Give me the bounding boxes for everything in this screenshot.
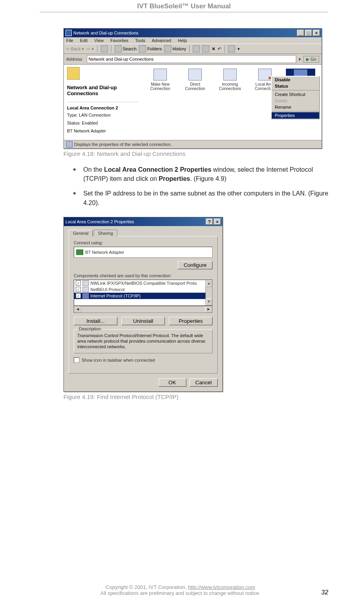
ctx-properties[interactable]: Properties xyxy=(272,112,319,119)
description-group: Description Transmission Control Protoco… xyxy=(74,329,213,353)
minimize-button[interactable]: _ xyxy=(297,30,304,36)
corp-link[interactable]: http://www.ivtcorporation.com xyxy=(188,584,255,590)
instruction-list: On the Local Area Connection 2 Propertie… xyxy=(40,165,328,207)
address-input[interactable] xyxy=(87,55,296,63)
window-title: Network and Dial-up Connections xyxy=(73,31,138,35)
menu-tools[interactable]: Tools xyxy=(135,38,146,43)
text: On the xyxy=(83,166,104,173)
components-label: Components checked are used by this conn… xyxy=(74,273,213,278)
menu-edit[interactable]: Edit xyxy=(80,38,88,43)
hscrollbar[interactable]: ◀ ▶ xyxy=(74,306,213,313)
component-nwlink[interactable]: ✓ NWLink IPX/SPX/NetBIOS Compatible Tran… xyxy=(74,280,212,286)
cancel-button[interactable]: Cancel xyxy=(190,378,218,387)
tab-sharing[interactable]: Sharing xyxy=(94,230,117,236)
close-button[interactable]: × xyxy=(313,30,320,36)
page-footer: Copyright © 2001, IVT Corporation, http:… xyxy=(40,584,328,596)
instruction-1: On the Local Area Connection 2 Propertie… xyxy=(83,165,328,183)
search-button[interactable]: Search xyxy=(115,45,137,52)
go-button[interactable]: ▶Go xyxy=(303,56,319,63)
scroll-up-icon[interactable]: ▲ xyxy=(206,280,212,287)
folder-icon xyxy=(67,67,80,80)
ctx-rename[interactable]: Rename xyxy=(272,104,319,110)
figure-418-caption: Figure 4.18: Network and Dial-up Connect… xyxy=(63,150,328,157)
menu-favorites[interactable]: Favorites xyxy=(111,38,128,43)
menu-file[interactable]: File xyxy=(66,38,73,43)
component-netbeui[interactable]: ✓ NetBEUI Protocol xyxy=(74,286,212,293)
protocol-icon xyxy=(82,287,89,292)
connect-using-label: Connect using: xyxy=(74,240,213,245)
forward-button[interactable]: ⇨ ▾ xyxy=(86,46,94,52)
protocol-icon xyxy=(82,280,89,286)
status-info: Status: Enabled xyxy=(67,121,138,125)
checkbox-icon[interactable]: ✓ xyxy=(76,280,81,286)
context-menu: Disable Status Create Shortcut Delete Re… xyxy=(271,76,320,119)
conn-label: Direct Connection xyxy=(181,82,209,91)
scroll-down-icon[interactable]: ▼ xyxy=(206,298,212,305)
figure-418: Network and Dial-up Connections _ □ × Fi… xyxy=(63,28,328,157)
conn-icon xyxy=(258,69,272,81)
checkbox-icon[interactable]: ✓ xyxy=(76,287,81,292)
checkbox-icon[interactable]: ✓ xyxy=(76,293,81,298)
views-icon[interactable] xyxy=(228,45,235,52)
conn-icon xyxy=(153,69,167,81)
delete-icon[interactable]: ✕ xyxy=(212,46,215,52)
page-number: 32 xyxy=(321,589,328,596)
tab-general[interactable]: General xyxy=(69,230,93,236)
folders-label: Folders xyxy=(147,46,162,51)
uninstall-button[interactable]: Uninstall xyxy=(121,317,165,325)
back-label: Back xyxy=(71,46,80,51)
go-label: Go xyxy=(310,57,316,61)
conn-icon xyxy=(188,69,202,81)
disclaimer-text: All specifications are preliminary and s… xyxy=(100,590,260,596)
properties-button[interactable]: Properties xyxy=(169,317,213,325)
moveto-icon[interactable] xyxy=(193,45,200,52)
dialog-title: Local Area Connection 2 Properties xyxy=(65,219,134,224)
pane-heading: Network and Dial-up Connections xyxy=(67,84,138,96)
address-bar: Address ▾ ▶Go xyxy=(64,54,322,65)
folders-button[interactable]: Folders xyxy=(139,45,162,52)
conn-direct[interactable]: Direct Connection xyxy=(181,69,209,91)
menu-help[interactable]: Help xyxy=(178,38,187,43)
ctx-shortcut[interactable]: Create Shortcut xyxy=(272,91,319,98)
adapter-info: BT Network Adapter xyxy=(67,128,138,133)
menu-view[interactable]: View xyxy=(94,38,104,43)
text-bold: Local Area Connection 2 Properties xyxy=(104,166,211,173)
history-button[interactable]: History xyxy=(164,45,186,52)
components-list[interactable]: ✓ NWLink IPX/SPX/NetBIOS Compatible Tran… xyxy=(74,280,213,306)
component-tcpip-selected[interactable]: ✓ Internet Protocol (TCP/IP) xyxy=(74,293,212,299)
undo-icon[interactable]: ↶ xyxy=(218,46,221,52)
up-icon[interactable] xyxy=(101,45,108,52)
scroll-right-icon[interactable]: ▶ xyxy=(205,306,212,313)
back-button[interactable]: ⇦ Back ▾ xyxy=(66,46,84,52)
component-label: Internet Protocol (TCP/IP) xyxy=(90,293,141,298)
close-button[interactable]: × xyxy=(214,219,221,225)
figure-419-caption: Figure 4.19: Find Internet Protocol (TCP… xyxy=(63,393,328,400)
type-info: Type: LAN Connection xyxy=(67,113,138,117)
status-bar: Displays the properties of the selected … xyxy=(64,140,322,148)
conn-label: Make New Connection xyxy=(146,82,174,91)
scroll-left-icon[interactable]: ◀ xyxy=(74,306,81,313)
window-network-dialup: Network and Dial-up Connections _ □ × Fi… xyxy=(63,28,322,149)
menu-advanced[interactable]: Advanced xyxy=(152,38,171,43)
instruction-2: Set the IP address to be in the same sub… xyxy=(83,189,328,207)
address-dropdown[interactable]: ▾ xyxy=(299,57,301,62)
install-button[interactable]: Install... xyxy=(74,317,117,325)
right-pane: Make New Connection Direct Connection In… xyxy=(142,65,322,140)
ok-button[interactable]: OK xyxy=(159,378,186,387)
ctx-status[interactable]: Status xyxy=(272,83,319,89)
maximize-button[interactable]: □ xyxy=(305,30,312,36)
vscrollbar[interactable]: ▲ ▼ xyxy=(205,280,212,305)
conn-make-new[interactable]: Make New Connection xyxy=(146,69,174,91)
copyto-icon[interactable] xyxy=(202,45,209,52)
left-pane: Network and Dial-up Connections Local Ar… xyxy=(64,65,142,140)
configure-button[interactable]: Configure xyxy=(178,261,213,269)
ctx-disable[interactable]: Disable xyxy=(272,77,319,83)
dialog-titlebar: Local Area Connection 2 Properties ? × xyxy=(64,217,222,226)
show-icon-checkbox[interactable] xyxy=(74,357,79,363)
help-button[interactable]: ? xyxy=(206,219,213,225)
menubar: File Edit View Favorites Tools Advanced … xyxy=(64,37,322,44)
toolbar: ⇦ Back ▾ ⇨ ▾ Search Folders History ✕ ↶ … xyxy=(64,44,322,54)
conn-incoming[interactable]: Incoming Connections xyxy=(216,69,244,91)
views-chevron[interactable]: ▾ xyxy=(238,46,240,52)
top-rule xyxy=(40,12,328,12)
